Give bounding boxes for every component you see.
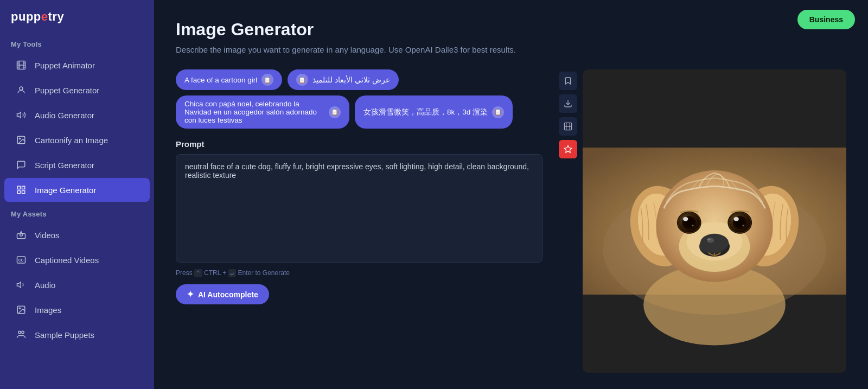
sidebar-item-audio-generator[interactable]: Audio Generator (4, 103, 150, 127)
sidebar-item-sample-puppets[interactable]: Sample Puppets (4, 323, 150, 347)
svg-point-49 (692, 225, 694, 227)
ai-autocomplete-button[interactable]: ✦ AI Autocomplete (176, 284, 269, 304)
sidebar-label-puppet-animator: Puppet Animator (35, 61, 95, 70)
sidebar-label-captioned-videos: Captioned Videos (35, 256, 99, 265)
logo-text: puppetry (11, 10, 64, 24)
sidebar-label-audio-generator: Audio Generator (35, 111, 94, 120)
sidebar-label-audio: Audio (35, 280, 55, 290)
svg-text:CC: CC (18, 258, 24, 262)
svg-point-11 (19, 138, 20, 139)
left-panel: A face of a cartoon girl 📋 عرض ثلاثي الأ… (176, 69, 542, 373)
person-icon (15, 84, 27, 96)
action-buttons (559, 69, 577, 373)
svg-rect-14 (17, 191, 20, 194)
svg-point-48 (683, 217, 688, 221)
sidebar-label-videos: Videos (35, 231, 60, 240)
brand-button[interactable] (559, 140, 577, 158)
generated-image (583, 69, 846, 373)
audio-icon (15, 109, 27, 121)
prompt-label: Prompt (176, 139, 542, 149)
svg-point-56 (742, 225, 744, 227)
svg-rect-15 (22, 191, 25, 194)
chip-spanish[interactable]: Chica con papá noel, celebrando la Navid… (176, 95, 349, 129)
svg-point-8 (20, 87, 23, 90)
sidebar-item-puppet-generator[interactable]: Puppet Generator (4, 78, 150, 102)
content-area: A face of a cartoon girl 📋 عرض ثلاثي الأ… (176, 69, 846, 373)
sidebar-label-script-generator: Script Generator (35, 161, 94, 170)
film-icon (15, 59, 27, 71)
chip-chinese-text: 女孩滑雪微笑，高品质，8k，3d 渲染 (363, 107, 488, 117)
svg-marker-29 (564, 145, 571, 152)
prompt-textarea[interactable] (176, 154, 542, 263)
sidebar-item-audio[interactable]: Audio (4, 273, 150, 297)
main-content: Image Generator Describe the image you w… (154, 0, 868, 389)
dog-image-svg (583, 69, 846, 373)
svg-point-43 (707, 238, 711, 240)
ai-btn-label: AI Autocomplete (198, 290, 258, 299)
chip-chinese-copy-icon[interactable]: 📋 (492, 106, 504, 118)
image-icon (15, 134, 27, 146)
camera-icon (15, 229, 27, 241)
right-panel (559, 69, 846, 373)
chip-cartoon-text: A face of a cartoon girl (184, 76, 257, 84)
chip-spanish-text: Chica con papá noel, celebrando la Navid… (184, 100, 324, 124)
chip-arabic-text: عرض ثلاثي الأبعاد للتلميذ (312, 75, 390, 84)
page-subtitle: Describe the image you want to generate … (176, 45, 846, 54)
svg-point-55 (734, 217, 739, 221)
sidebar-item-images[interactable]: Images (4, 298, 150, 322)
sidebar: puppetry My Tools Puppet Animator Puppet… (0, 0, 154, 389)
svg-marker-19 (17, 282, 21, 288)
svg-marker-9 (17, 112, 21, 118)
svg-point-41 (700, 234, 729, 252)
sidebar-item-videos[interactable]: Videos (4, 223, 150, 247)
puppets-icon (15, 329, 27, 341)
sidebar-label-image-generator: Image Generator (35, 186, 96, 195)
chip-arabic[interactable]: عرض ثلاثي الأبعاد للتلميذ 📋 (288, 69, 398, 90)
sidebar-item-image-generator[interactable]: Image Generator (4, 178, 150, 202)
my-assets-label: My Assets (0, 202, 154, 222)
svg-point-21 (19, 308, 20, 309)
sidebar-item-captioned-videos[interactable]: CC Captioned Videos (4, 248, 150, 272)
svg-point-23 (22, 331, 24, 334)
page-title: Image Generator (176, 20, 846, 40)
bookmark-button[interactable] (559, 72, 577, 90)
sidebar-label-sample-puppets: Sample Puppets (35, 330, 94, 340)
chip-spanish-copy-icon[interactable]: 📋 (329, 106, 341, 118)
hint-text: Press ^ CTRL + ↵ Enter to Generate (176, 269, 542, 277)
film-button[interactable] (559, 117, 577, 136)
sidebar-label-images: Images (35, 305, 61, 315)
svg-point-16 (20, 234, 23, 237)
sidebar-item-puppet-animator[interactable]: Puppet Animator (4, 53, 150, 77)
sidebar-item-script-generator[interactable]: Script Generator (4, 153, 150, 177)
ai-icon: ✦ (187, 289, 194, 299)
prompt-chips: A face of a cartoon girl 📋 عرض ثلاثي الأ… (176, 69, 542, 129)
svg-rect-13 (22, 186, 25, 189)
svg-point-22 (18, 331, 21, 334)
chat-icon (15, 159, 27, 171)
chip-cartoon[interactable]: A face of a cartoon girl 📋 (176, 69, 282, 90)
grid-icon (15, 184, 27, 196)
chip-chinese[interactable]: 女孩滑雪微笑，高品质，8k，3d 渲染 📋 (355, 95, 513, 129)
chip-cartoon-copy-icon[interactable]: 📋 (261, 74, 273, 86)
photo-icon (15, 304, 27, 316)
business-button[interactable]: Business (797, 10, 855, 29)
download-button[interactable] (559, 94, 577, 113)
sidebar-label-puppet-generator: Puppet Generator (35, 86, 99, 95)
sidebar-label-cartoonify: Cartoonify an Image (35, 136, 108, 145)
logo: puppetry (0, 0, 154, 33)
sidebar-item-cartoonify[interactable]: Cartoonify an Image (4, 128, 150, 152)
chip-arabic-copy-icon[interactable]: 📋 (296, 74, 308, 86)
my-tools-label: My Tools (0, 33, 154, 53)
cc-icon: CC (15, 254, 27, 266)
speaker-icon (15, 279, 27, 291)
svg-rect-12 (17, 186, 20, 189)
